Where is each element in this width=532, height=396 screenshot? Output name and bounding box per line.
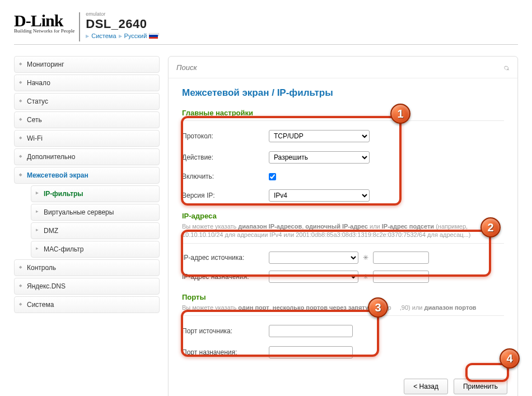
protocol-label: Протокол: (182, 132, 269, 140)
ipver-label: Версия IP: (182, 192, 269, 199)
action-select[interactable]: Разрешить (269, 151, 370, 164)
src-ip-extra[interactable] (373, 251, 429, 264)
src-port-input[interactable] (269, 325, 353, 337)
logo-brand: D-Link (14, 11, 74, 30)
schedule-icon[interactable]: ✳ (363, 273, 368, 281)
section-divider (182, 120, 504, 121)
sidebar-item-wifi[interactable]: Wi-Fi (14, 130, 160, 147)
chevron-right-icon: ▶ (86, 34, 89, 39)
protocol-select[interactable]: TCP/UDP (269, 130, 370, 142)
menu-system[interactable]: Система (91, 32, 116, 39)
src-ip-label: IP-адрес источника: (182, 254, 269, 262)
dst-ip-label: IP-адрес назначения: (182, 273, 269, 281)
section-main-title: Главные настройки (182, 109, 504, 117)
search-input[interactable] (176, 63, 504, 72)
sidebar-item-ip-filters[interactable]: IP-фильтры (31, 185, 160, 202)
sidebar-item-yandex-dns[interactable]: Яндекс.DNS (14, 278, 160, 295)
menu-language[interactable]: Русский (124, 32, 147, 39)
emulator-label: emulator (86, 11, 158, 17)
sidebar-item-status[interactable]: Статус (14, 93, 160, 110)
sidebar-item-system[interactable]: Система (14, 296, 160, 313)
sidebar-item-mac-filter[interactable]: МАС-фильтр (31, 241, 160, 258)
flag-russia-icon (149, 33, 158, 39)
breadcrumb: Межсетевой экран / IP-фильтры (182, 87, 504, 99)
section-addr-title: IP-адреса (182, 212, 504, 220)
ipver-select[interactable]: IPv4 (269, 189, 370, 202)
action-label: Действие: (182, 153, 269, 161)
section-divider (182, 243, 504, 244)
schedule-icon[interactable]: ✳ (363, 254, 368, 262)
apply-button[interactable]: Применить (454, 379, 507, 394)
enable-label: Включить: (182, 173, 269, 180)
search-bar: ⌕ (169, 57, 517, 78)
logo-tagline: Building Networks for People (14, 28, 74, 34)
sidebar-item-dmz[interactable]: DMZ (31, 222, 160, 239)
back-button[interactable]: < Назад (404, 379, 448, 394)
sidebar: Мониторинг Начало Статус Сеть Wi-Fi Допо… (14, 56, 160, 396)
sidebar-item-advanced[interactable]: Дополнительно (14, 148, 160, 165)
src-port-label: Порт источника: (182, 327, 269, 335)
src-ip-combo[interactable] (269, 251, 358, 264)
model-block: emulator DSL_2640 ▶ Система ▶ Русский (86, 11, 158, 39)
sidebar-item-firewall[interactable]: Межсетевой экран (14, 167, 160, 184)
model-name: DSL_2640 (86, 17, 158, 31)
dst-ip-extra[interactable] (373, 271, 429, 283)
sidebar-item-control[interactable]: Контроль (14, 259, 160, 276)
logo: D-Link Building Networks for People (14, 11, 74, 34)
section-ports-title: Порты (182, 293, 504, 301)
section-divider (182, 315, 504, 316)
dst-port-input[interactable] (269, 346, 353, 358)
sidebar-item-monitoring[interactable]: Мониторинг (14, 56, 160, 73)
sidebar-item-start[interactable]: Начало (14, 74, 160, 91)
search-icon[interactable]: ⌕ (504, 62, 510, 72)
enable-checkbox[interactable] (269, 173, 276, 180)
dst-port-label: Порт назначения: (182, 348, 269, 356)
logo-divider (79, 12, 80, 41)
sidebar-item-virtual-servers[interactable]: Виртуальные серверы (31, 204, 160, 221)
dst-ip-combo[interactable] (269, 271, 358, 283)
chevron-right-icon: ▶ (119, 34, 122, 39)
main-panel: ⌕ Межсетевой экран / IP-фильтры Главные … (168, 56, 518, 396)
section-ports-hint: Вы можете указать один порт, несколько п… (182, 304, 504, 312)
header: D-Link Building Networks for People emul… (14, 11, 518, 45)
sidebar-item-network[interactable]: Сеть (14, 111, 160, 128)
section-addr-hint: Вы можете указать диапазон IP-адресов, о… (182, 222, 504, 240)
